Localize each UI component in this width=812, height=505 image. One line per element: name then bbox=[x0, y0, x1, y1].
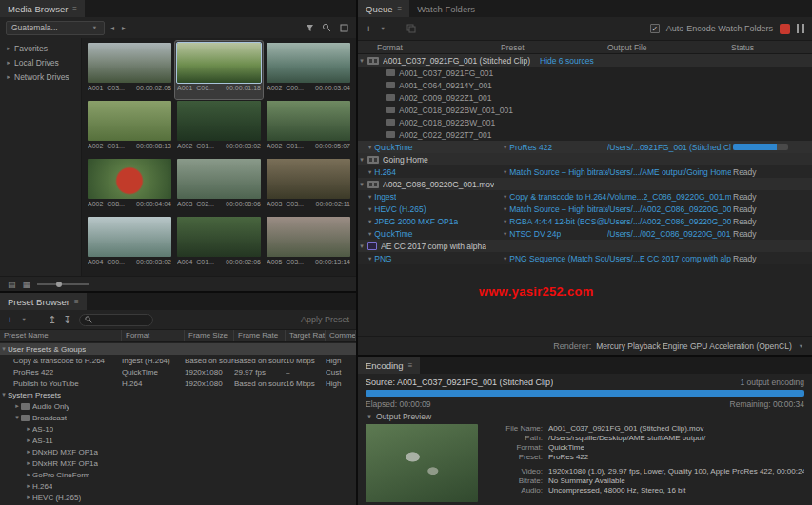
output-file-link[interactable]: /Volume...2_C086_09220G_001.mov bbox=[607, 192, 731, 202]
preset-browser-tab[interactable]: Preset Browser ≡ bbox=[0, 293, 87, 310]
tree-item-favorites[interactable]: ▸Favorites bbox=[0, 41, 81, 55]
format-dropdown[interactable]: QuickTime bbox=[374, 143, 412, 152]
disclosure-icon[interactable]: ▸ bbox=[25, 459, 32, 467]
back-icon[interactable]: ◂ bbox=[109, 24, 116, 32]
tab-watch-folders[interactable]: Watch Folders bbox=[409, 0, 483, 17]
hide-sources-link[interactable]: Hide 6 sources bbox=[540, 56, 594, 66]
queue-job-row[interactable]: ▾ AE CC 2017 comp with alpha bbox=[358, 240, 812, 252]
preset-group-row[interactable]: ▾User Presets & Groups bbox=[0, 343, 356, 355]
output-file-link[interactable]: /Users/.../002_C086_09220G_001_2.mov bbox=[607, 229, 731, 239]
panel-menu-icon[interactable]: ≡ bbox=[398, 5, 403, 13]
media-clip-cell[interactable]: A003_C03...00:00:02:11 bbox=[265, 157, 352, 215]
output-file-link[interactable]: /Users/...E CC 2017 comp with alpha.png bbox=[607, 254, 731, 263]
export-preset-icon[interactable]: ↧ bbox=[63, 315, 71, 325]
queue-source-row[interactable]: A002_C018_0922BW_001 bbox=[358, 116, 812, 128]
disclosure-icon[interactable]: ▸ bbox=[25, 448, 32, 456]
pause-queue-icon[interactable] bbox=[797, 24, 804, 33]
disclosure-icon[interactable]: ▾ bbox=[358, 181, 366, 188]
disclosure-icon[interactable]: ▾ bbox=[13, 414, 21, 421]
column-header[interactable]: Frame Size bbox=[185, 330, 234, 341]
panel-menu-icon[interactable]: ≡ bbox=[74, 298, 79, 306]
chevron-down-icon[interactable]: ▾ bbox=[504, 218, 506, 225]
chevron-down-icon[interactable]: ▾ bbox=[368, 205, 371, 213]
encoding-tab[interactable]: Encoding ≡ bbox=[358, 357, 420, 374]
disclosure-icon[interactable]: ▾ bbox=[0, 345, 8, 353]
remove-preset-icon[interactable]: − bbox=[35, 315, 41, 325]
add-preset-icon[interactable]: + bbox=[7, 315, 12, 325]
queue-output-row[interactable]: ▾HEVC (H.265) ▾Match Source – High bitra… bbox=[358, 203, 812, 215]
disclosure-icon[interactable]: ▾ bbox=[358, 156, 366, 164]
grid-view-icon[interactable]: ▦ bbox=[23, 280, 31, 289]
preset-subfolder-row[interactable]: ▸GoPro CineForm bbox=[0, 469, 356, 480]
disclosure-icon[interactable]: ▾ bbox=[366, 413, 373, 420]
filter-icon[interactable] bbox=[303, 21, 316, 34]
output-file-link[interactable]: /Users/...0921FG_001 (Stitched Clip).mov bbox=[607, 143, 731, 152]
disclosure-icon[interactable]: ▸ bbox=[25, 437, 32, 444]
column-header[interactable]: Preset bbox=[501, 43, 607, 52]
thumbnail-zoom-slider[interactable] bbox=[37, 283, 89, 285]
preset-subfolder-row[interactable]: ▸DNxHD MXF OP1a bbox=[0, 446, 356, 457]
queue-output-row[interactable]: ▾QuickTime ▾NTSC DV 24p /Users/.../002_C… bbox=[358, 227, 812, 240]
chevron-down-icon[interactable]: ▾ bbox=[504, 205, 506, 213]
chevron-down-icon[interactable]: ▾ bbox=[504, 193, 506, 201]
column-header[interactable]: Status bbox=[731, 43, 812, 52]
preset-subfolder-row[interactable]: ▸AS-11 bbox=[0, 435, 356, 446]
chevron-down-icon[interactable]: ▾ bbox=[368, 255, 371, 262]
media-clip-cell[interactable]: A002_C01...00:00:03:02 bbox=[175, 99, 263, 157]
media-clip-cell[interactable]: A001_C03...00:00:02:08 bbox=[86, 41, 173, 99]
stop-queue-icon[interactable] bbox=[780, 24, 790, 34]
column-header[interactable]: Format bbox=[122, 330, 185, 341]
media-clip-cell-selected[interactable]: A001_C06...00:00:01:18 bbox=[175, 41, 263, 99]
renderer-dropdown[interactable]: Mercury Playback Engine GPU Acceleration… bbox=[596, 341, 805, 351]
panel-menu-icon[interactable]: ≡ bbox=[72, 5, 77, 13]
forward-icon[interactable]: ▸ bbox=[120, 24, 128, 32]
disclosure-icon[interactable]: ▾ bbox=[0, 391, 8, 398]
column-header[interactable]: Target Rate bbox=[286, 330, 326, 341]
media-clip-cell[interactable]: A002_C00...00:00:03:04 bbox=[265, 41, 352, 99]
format-dropdown[interactable]: PNG bbox=[374, 254, 391, 263]
chevron-down-icon[interactable]: ▾ bbox=[504, 168, 506, 176]
disclosure-icon[interactable]: ▸ bbox=[25, 494, 32, 501]
duplicate-icon[interactable] bbox=[406, 24, 416, 33]
disclosure-icon[interactable]: ▸ bbox=[25, 425, 32, 433]
media-clip-cell[interactable]: A002_C08...00:00:04:04 bbox=[86, 157, 173, 215]
preset-dropdown[interactable]: NTSC DV 24p bbox=[509, 229, 561, 239]
queue-job-row[interactable]: ▾ A002_C086_09220G_001.mov bbox=[358, 178, 812, 190]
preset-subfolder-row[interactable]: ▸AS-10 bbox=[0, 423, 356, 435]
chevron-down-icon[interactable]: ▾ bbox=[368, 230, 371, 238]
media-clip-cell[interactable]: A004_C00...00:00:03:02 bbox=[86, 215, 173, 273]
format-dropdown[interactable]: H.264 bbox=[374, 167, 396, 177]
remove-icon[interactable]: − bbox=[394, 24, 400, 34]
queue-output-row[interactable]: ▾PNG ▾PNG Sequence (Match Source) /Users… bbox=[358, 252, 812, 264]
preset-dropdown[interactable]: Match Source – High bitrate bbox=[509, 167, 607, 177]
column-header[interactable]: Frame Rate bbox=[234, 330, 286, 341]
disclosure-icon[interactable]: ▸ bbox=[5, 45, 12, 52]
tree-item-local-drives[interactable]: ▸Local Drives bbox=[0, 55, 81, 69]
queue-source-row[interactable]: A001_C037_0921FG_001 bbox=[358, 67, 812, 79]
output-preview-toggle[interactable]: ▾ Output Preview bbox=[366, 412, 804, 421]
panel-menu-icon[interactable]: ≡ bbox=[408, 361, 413, 370]
chevron-down-icon[interactable]: ▾ bbox=[368, 218, 371, 225]
view-options-icon[interactable] bbox=[337, 21, 350, 34]
chevron-down-icon[interactable]: ▾ bbox=[22, 316, 25, 323]
queue-source-row[interactable]: A002_C009_0922Z1_001 bbox=[358, 91, 812, 104]
queue-output-row[interactable]: ▾QuickTime ▾ProRes 422 /Users/...0921FG_… bbox=[358, 141, 812, 153]
add-source-icon[interactable]: + bbox=[366, 24, 371, 34]
media-clip-cell[interactable]: A002_C01...00:00:08:13 bbox=[86, 99, 173, 157]
format-dropdown[interactable]: HEVC (H.265) bbox=[374, 204, 426, 214]
chevron-down-icon[interactable]: ▾ bbox=[381, 25, 384, 32]
output-file-link[interactable]: /Users/.../A002_C086_09220G_001.mxf bbox=[607, 217, 731, 226]
chevron-down-icon[interactable]: ▾ bbox=[368, 144, 371, 151]
media-clip-cell[interactable]: A005_C03...00:00:13:14 bbox=[265, 215, 352, 273]
column-header[interactable]: Output File bbox=[607, 43, 731, 52]
preset-folder-row[interactable]: ▾Broadcast bbox=[0, 412, 356, 423]
chevron-down-icon[interactable]: ▾ bbox=[504, 144, 506, 151]
chevron-down-icon[interactable]: ▾ bbox=[368, 168, 371, 176]
format-dropdown[interactable]: JPEG 2000 MXF OP1a bbox=[374, 217, 458, 226]
chevron-down-icon[interactable]: ▾ bbox=[504, 230, 506, 238]
disclosure-icon[interactable]: ▾ bbox=[358, 57, 366, 65]
preset-subfolder-row[interactable]: ▸HEVC (H.265) bbox=[0, 492, 356, 503]
slider-knob[interactable] bbox=[56, 282, 62, 287]
preset-group-row[interactable]: ▾System Presets bbox=[0, 389, 356, 400]
media-clip-cell[interactable]: A002_C01...00:00:05:07 bbox=[265, 99, 352, 157]
